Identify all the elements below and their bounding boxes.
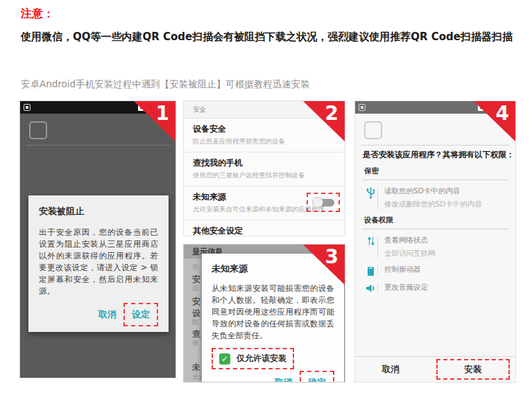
ok-button[interactable]: 确定 [300, 371, 334, 383]
install-blocked-dialog: 安装被阻止 出于安全原因，您的设备当前已设置为阻止安装从三星应用商店以外的来源获… [28, 195, 169, 332]
screenshot-step3: 显示信息 在 安 设 安 设 防 查 使 未 允许安装来自可信来源和未知来源的应… [183, 244, 345, 383]
unknown-sources-toggle-highlight [307, 193, 340, 212]
install-button[interactable]: 安装 [436, 359, 510, 380]
cancel-button[interactable]: 取消 [92, 304, 123, 325]
permission-vibration: 控制振动器 [362, 265, 508, 276]
section-device: 设备权限 [362, 216, 508, 229]
permission-audio: 更改音频设定 [362, 283, 508, 293]
settings-button[interactable]: 设定 [123, 303, 158, 326]
checkbox-label: 仅允许该安装 [237, 353, 286, 365]
cancel-button[interactable]: 取消 [355, 357, 427, 382]
screenshot-step1: 1 4G 7: 安装被阻止 出于安全原因，您的设备当前已设置为阻止安装从三星应用… [19, 100, 176, 378]
dimmed-text: 未 [192, 362, 200, 374]
dialog-title: 未知来源 [212, 263, 334, 275]
cancel-button[interactable]: 取消 [268, 372, 300, 383]
unknown-sources-dialog: 未知来源 从未知来源安装可能损害您的设备和个人数据。轻敲确定，即表示您同意对因使… [202, 254, 344, 383]
checkbox-checked-icon[interactable]: ✓ [219, 353, 230, 365]
notification-icon [359, 104, 366, 111]
dialog-body: 从未知来源安装可能损害您的设备和个人数据。轻敲确定，即表示您同意对因使用这些应用… [212, 283, 334, 342]
permission-storage: 读取您的SD卡中的内容 修改或删除您的SD卡中的内容 [362, 186, 508, 209]
notice-body: 使用微信，QQ等一些内建QR Code扫描会有被阻挡下载之状况，强烈建议使用推荐… [21, 28, 519, 46]
app-icon-placeholder [364, 121, 382, 139]
notification-icon [24, 104, 31, 111]
dimmed-text: 设 [192, 284, 199, 293]
permission-network: 查看网络状态 全部访问互联网 [362, 236, 508, 258]
usb-storage-icon [364, 186, 378, 209]
network-arrows-icon [364, 236, 378, 258]
divider [361, 145, 510, 146]
dimmed-text: 安 [192, 296, 200, 308]
vibration-icon [364, 265, 378, 276]
install-button-bar: 取消 安装 [355, 356, 515, 382]
unknown-sources-toggle[interactable] [312, 197, 334, 208]
dimmed-text: 在 [192, 263, 199, 272]
app-icon-placeholder [29, 121, 47, 139]
install-question: 是否安装该应用程序？其将拥有以下权限： [355, 150, 515, 160]
notice-label: 注意： [21, 7, 54, 21]
list-item-other-security[interactable]: 其他安全设定 更改安全更新和证书存储等其他安全设定 [184, 220, 345, 236]
speaker-icon [364, 283, 378, 293]
intro-text: 安卓Android手机安装过程中遇到【安装被阻止】可根据教程迅速安装 [21, 78, 310, 91]
tutorial-page: 注意： 使用微信，QQ等一些内建QR Code扫描会有被阻挡下载之状况，强烈建议… [0, 0, 532, 395]
allow-once-highlight: ✓ 仅允许该安装 [212, 348, 294, 369]
list-item-device-security[interactable]: 设备安全 防止恶意应用程序损害您的设备 [184, 119, 345, 152]
dialog-body: 出于安全原因，您的设备当前已设置为阻止安装从三星应用商店以外的来源获得的应用程序… [39, 227, 158, 297]
section-privacy: 保密 [362, 166, 508, 180]
step-badge: 4 [474, 101, 515, 141]
list-item-find-my-mobile[interactable]: 查找我的手机 使用您的三星账户远程查找并控制设备 [184, 152, 345, 186]
dimmed-text: 防 [192, 318, 199, 327]
list-item-unknown-sources[interactable]: 未知来源 允许安装来自可信来源和未知来源的应用程序 [184, 186, 345, 220]
dimmed-text: 使 [192, 339, 199, 348]
dialog-title: 安装被阻止 [39, 205, 158, 218]
screenshot-step2: 安全 设备安全 防止恶意应用程序损害您的设备 查找我的手机 使用您的三星账户远程… [183, 100, 345, 236]
step-badge: 1 [134, 101, 175, 141]
screenshot-step4: 1 4G 7: 是否安装该应用程序？其将拥有以下权限： 保密 读取您的SD卡中的… [354, 100, 516, 383]
divider [26, 145, 170, 146]
